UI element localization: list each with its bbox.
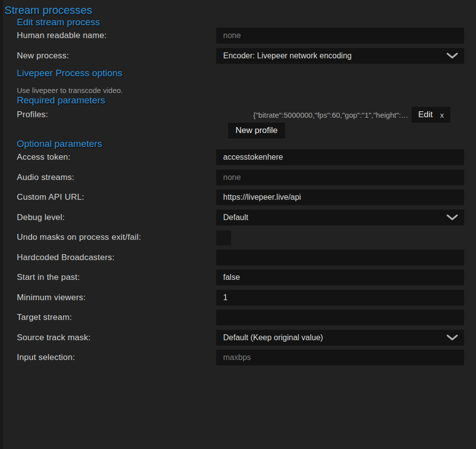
audio-streams-row: Audio streams:	[3, 170, 476, 185]
source-track-mask-select[interactable]: Default (Keep original value)	[216, 330, 464, 346]
access-token-label: Access token:	[3, 152, 216, 162]
new-profile-button[interactable]: New profile	[228, 123, 285, 138]
new-profile-row: New profile	[3, 123, 476, 138]
edit-profile-button[interactable]: Edit	[418, 110, 432, 120]
minimum-viewers-row: Minimum viewers:	[3, 290, 476, 306]
source-track-mask-label: Source track mask:	[3, 333, 216, 343]
human-readable-name-row: Human readable name:	[3, 28, 476, 44]
new-process-label: New process:	[3, 51, 216, 61]
section-heading-required-parameters: Required parameters	[17, 95, 476, 106]
debug-level-selected-value: Default	[223, 213, 248, 222]
input-selection-row: Input selection:	[3, 350, 476, 365]
hardcoded-broadcasters-row: Hardcoded Broadcasters:	[3, 250, 476, 266]
chevron-down-icon	[446, 214, 458, 221]
hardcoded-broadcasters-label: Hardcoded Broadcasters:	[3, 253, 216, 263]
debug-level-select[interactable]: Default	[216, 210, 464, 225]
human-readable-name-label: Human readable name:	[3, 31, 216, 41]
target-stream-input[interactable]	[216, 310, 464, 325]
custom-api-url-label: Custom API URL:	[3, 192, 216, 202]
new-process-row: New process: Encoder: Livepeer network e…	[3, 48, 476, 64]
section-heading-edit-stream-process: Edit stream process	[17, 17, 476, 28]
profile-actions: Edit x	[412, 107, 450, 123]
profiles-row: Profiles: {"bitrate":5000000,"fps":60,"g…	[3, 107, 476, 123]
start-in-past-label: Start in the past:	[3, 272, 216, 282]
custom-api-url-input[interactable]	[216, 189, 464, 205]
minimum-viewers-input[interactable]	[216, 290, 464, 306]
profiles-block: Profiles: {"bitrate":5000000,"fps":60,"g…	[3, 107, 476, 138]
access-token-input[interactable]	[216, 149, 464, 165]
human-readable-name-input[interactable]	[216, 28, 464, 44]
undo-masks-checkbox[interactable]	[216, 230, 231, 245]
source-track-mask-selected-value: Default (Keep original value)	[223, 333, 323, 342]
access-token-row: Access token:	[3, 149, 476, 165]
new-process-selected-value: Encoder: Livepeer network encoding	[223, 51, 352, 60]
start-in-past-input[interactable]	[216, 269, 464, 285]
debug-level-row: Debug level: Default	[3, 210, 476, 225]
section-heading-optional-parameters: Optional parameters	[17, 138, 476, 149]
audio-streams-input[interactable]	[216, 170, 464, 185]
profiles-label: Profiles:	[3, 110, 216, 120]
section-heading-livepeer-process-options: Livepeer Process options	[17, 68, 476, 79]
target-stream-row: Target stream:	[3, 310, 476, 325]
new-process-select[interactable]: Encoder: Livepeer network encoding	[216, 48, 464, 64]
input-selection-label: Input selection:	[3, 353, 216, 362]
undo-masks-label: Undo masks on process exit/fail:	[3, 232, 216, 242]
profiles-value: {"bitrate":5000000,"fps":60,"gop":"1","h…	[216, 111, 412, 119]
target-stream-label: Target stream:	[3, 313, 216, 322]
start-in-past-row: Start in the past:	[3, 269, 476, 285]
source-track-mask-row: Source track mask: Default (Keep origina…	[3, 330, 476, 346]
custom-api-url-row: Custom API URL:	[3, 189, 476, 205]
page-title: Stream processes	[4, 4, 476, 17]
livepeer-process-description: Use livepeer to transcode video.	[17, 86, 476, 95]
input-selection-input[interactable]	[216, 350, 464, 365]
debug-level-label: Debug level:	[3, 213, 216, 223]
chevron-down-icon	[446, 334, 458, 341]
audio-streams-label: Audio streams:	[3, 173, 216, 182]
undo-masks-row: Undo masks on process exit/fail:	[3, 229, 476, 245]
profiles-cell: {"bitrate":5000000,"fps":60,"gop":"1","h…	[216, 107, 464, 123]
chevron-down-icon	[446, 52, 458, 59]
remove-profile-button[interactable]: x	[440, 111, 444, 119]
stream-processes-panel: Stream processes Edit stream process Hum…	[3, 0, 476, 449]
hardcoded-broadcasters-input[interactable]	[216, 250, 464, 266]
minimum-viewers-label: Minimum viewers:	[3, 293, 216, 303]
